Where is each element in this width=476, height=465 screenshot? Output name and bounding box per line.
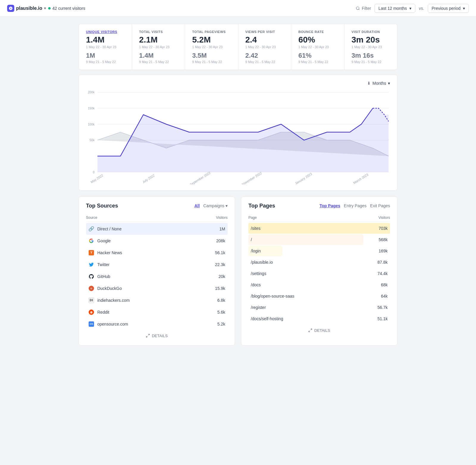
tab-exit-pages[interactable]: Exit Pages [370,203,390,208]
source-visitors: 5.6k [217,310,225,315]
stat-label-4: BOUNCE RATE [298,30,337,34]
header-right: Filter Last 12 months ▾ vs. Previous per… [356,4,469,13]
stat-total-visits[interactable]: TOTAL VISITS 2.1M 1 May 22 - 30 Apr 23 1… [132,24,185,70]
stat-value-0: 1.4M [86,35,125,45]
stat-value-4: 60% [298,35,337,45]
source-row[interactable]: D DuckDuckGo 15.9k [86,282,228,294]
logo-chevron[interactable]: ▾ [44,6,46,10]
source-row[interactable]: Y Hacker News 56.1k [86,247,228,259]
live-dot [48,7,51,10]
page-visitors: 74.4k [378,271,388,276]
stat-prev-date-3: 9 May 21 - 5 May 22 [245,60,284,64]
source-icon-5: D [88,285,94,291]
page-row[interactable]: /blog/open-source-saas 64k [248,291,390,301]
prev-period-chevron: ▾ [463,6,465,11]
source-row[interactable]: OS opensource.com 5.2k [86,318,228,330]
chart-header: ⬇ Months ▾ [86,81,390,86]
source-row-left: Reddit [88,309,109,315]
chart-area: 200k 150k 100k 50k 0 May 2022 July 2022 … [86,89,390,184]
svg-text:May 2022: May 2022 [90,173,104,184]
stat-prev-5: 3m 16s [352,52,390,59]
visitors-count: 42 current visitors [52,6,85,11]
source-name: Twitter [97,262,109,267]
stat-views-per-visit[interactable]: VIEWS PER VISIT 2.4 1 May 22 - 30 Apr 23… [238,24,292,70]
page-name: /blog/open-source-saas [251,294,294,299]
source-icon-4 [88,274,94,279]
sources-details-label: DETAILS [152,334,167,338]
page-row-container: /register 56.7k [248,302,390,313]
stat-total-pageviews[interactable]: TOTAL PAGEVIEWS 5.2M 1 May 22 - 30 Apr 2… [185,24,238,70]
prev-period-selector[interactable]: Previous period ▾ [428,4,469,13]
source-row[interactable]: Reddit 5.6k [86,306,228,318]
page-row[interactable]: /sites 703k [248,223,390,234]
source-icon-0: 🔗 [88,226,94,232]
page-row[interactable]: /docs/self-hosting 51.1k [248,313,390,324]
page-visitors: 703k [379,226,388,231]
stat-prev-2: 3.5M [192,52,231,59]
top-pages-tabs: Top Pages Entry Pages Exit Pages [320,203,390,208]
page-row-container: /login 169k [248,246,390,256]
svg-point-23 [90,312,91,312]
page-name: /settings [251,271,266,276]
page-visitors: 51.1k [378,316,388,321]
col-source-label: Source [86,216,97,220]
source-row[interactable]: Twitter 22.3k [86,259,228,271]
page-row-container: /docs/self-hosting 51.1k [248,313,390,324]
page-row[interactable]: /login 169k [248,246,390,256]
page-name: /docs/self-hosting [251,316,283,321]
tab-all[interactable]: All [194,203,200,208]
stat-visit-duration[interactable]: VISIT DURATION 3m 20s 1 May 22 - 30 Apr … [345,24,397,70]
stat-bounce-rate[interactable]: BOUNCE RATE 60% 1 May 22 - 30 Apr 23 61%… [291,24,345,70]
svg-text:September 2022: September 2022 [189,171,211,184]
source-row[interactable]: Google 208k [86,235,228,247]
bottom-panels: Top Sources All Campaigns ▾ Source Visit… [79,197,397,345]
filter-button[interactable]: Filter [356,6,371,11]
top-sources-title: Top Sources [86,203,118,209]
source-row[interactable]: 🔗 Direct / None 1M [86,223,228,235]
months-button[interactable]: ⬇ Months ▾ [367,81,390,86]
source-name: Direct / None [97,227,122,231]
logo[interactable]: plausible.io ▾ [7,5,46,12]
page-row-container: /sites 703k [248,223,390,234]
source-row[interactable]: GitHub 20k [86,271,228,282]
chart-svg: 200k 150k 100k 50k 0 May 2022 July 2022 … [86,89,390,184]
stat-unique-visitors[interactable]: UNIQUE VISITORS 1.4M 1 May 22 - 30 Apr 2… [79,24,132,70]
stat-prev-3: 2.42 [245,52,284,59]
source-name: GitHub [97,274,110,279]
pages-details-button[interactable]: DETAILS [248,325,390,334]
filter-label: Filter [362,6,371,11]
source-visitors: 6.8k [217,298,225,303]
source-row-left: GitHub [88,274,110,279]
source-icon-7 [88,309,94,315]
pages-table-header: Page Visitors [248,214,390,222]
sources-details-button[interactable]: DETAILS [86,330,228,339]
source-visitors: 5.2k [217,322,225,326]
source-icon-3 [88,262,94,268]
stat-value-1: 2.1M [139,35,178,45]
page-row[interactable]: /register 56.7k [248,302,390,313]
source-icon-2: Y [88,250,94,256]
page-row[interactable]: /settings 74.4k [248,268,390,279]
svg-text:D: D [90,287,92,290]
tab-entry-pages[interactable]: Entry Pages [344,203,367,208]
stat-label-3: VIEWS PER VISIT [245,30,284,34]
tab-campaigns[interactable]: Campaigns ▾ [203,203,228,208]
page-row-container: /docs 68k [248,279,390,290]
stat-prev-date-0: 9 May 21 - 5 May 22 [86,60,125,64]
page-row[interactable]: /plausible.io 87.8k [248,257,390,268]
source-row[interactable]: IH indiehackers.com 6.8k [86,294,228,306]
top-sources-header: Top Sources All Campaigns ▾ [86,203,228,209]
page-name: /docs [251,282,261,287]
source-row-left: Y Hacker News [88,250,122,256]
page-visitors: 64k [381,294,388,299]
stat-prev-1: 1.4M [139,52,178,59]
source-icon-8: OS [88,321,94,327]
header-left: plausible.io ▾ 42 current visitors [7,5,85,12]
period-selector[interactable]: Last 12 months ▾ [375,4,415,13]
download-icon[interactable]: ⬇ [367,81,371,86]
source-name: indiehackers.com [97,298,130,303]
page-row[interactable]: /docs 68k [248,279,390,290]
page-row[interactable]: / 568k [248,234,390,245]
source-row-left: Twitter [88,262,109,268]
tab-top-pages[interactable]: Top Pages [320,203,340,208]
